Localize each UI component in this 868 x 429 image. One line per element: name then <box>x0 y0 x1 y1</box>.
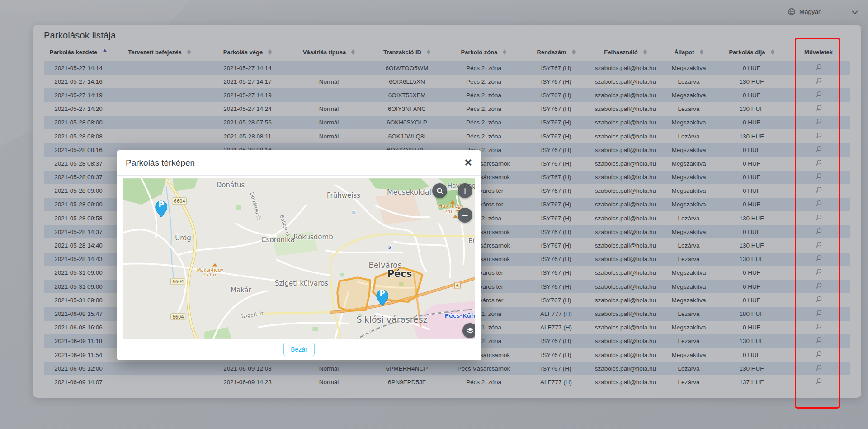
page: Magyar Parkolások listája Parkolás kezde… <box>0 0 868 429</box>
svg-text:P: P <box>158 200 164 209</box>
modal-footer: Bezár <box>117 339 481 359</box>
map-search-button[interactable] <box>432 183 447 198</box>
map-zoom-in-button[interactable]: + <box>458 183 472 198</box>
map-layers-button[interactable] <box>462 323 475 338</box>
map-zoom-out-button[interactable]: − <box>458 208 472 223</box>
modal-header: Parkolás térképen ✕ <box>117 150 481 176</box>
map-graphics: P P <box>123 178 475 339</box>
map-modal: Parkolás térképen ✕ <box>117 150 481 360</box>
close-icon[interactable]: ✕ <box>464 158 472 168</box>
svg-text:P: P <box>380 289 385 298</box>
modal-title: Parkolás térképen <box>126 158 195 168</box>
close-modal-button[interactable]: Bezár <box>283 343 315 356</box>
map-canvas[interactable]: P P DonátusDonátusi útFrühweissMecsekold… <box>123 178 475 339</box>
